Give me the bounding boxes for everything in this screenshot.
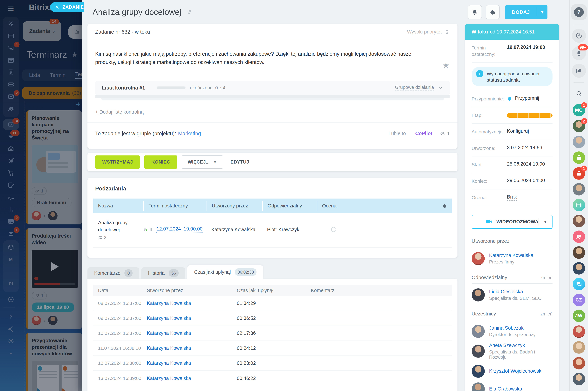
chevron-down-icon[interactable]: ▼ [537,9,547,15]
log-author-link[interactable]: Katarzyna Kowalska [142,376,191,381]
rail-avatar[interactable]: JW [573,309,585,322]
notifications-bell-icon[interactable]: 99+ [572,46,586,60]
board-tab-lista[interactable]: Lista [29,72,40,78]
board-tab-termin[interactable]: Termin [50,72,65,78]
rail-avatar[interactable] [573,357,585,370]
add-button[interactable]: DODAJ ▼ [505,5,547,19]
sidebar-item-sitemap-icon[interactable] [3,18,19,29]
subtask-created-by[interactable]: Katarzyna Kowalska [207,227,255,232]
sidebar-item-settings-icon[interactable] [3,336,19,347]
sidebar-item-pi-icon[interactable]: PI [3,278,19,289]
chat-icon[interactable] [573,278,585,291]
pause-button[interactable]: WSTRZYMAJ [95,155,140,169]
copilot-button[interactable]: CoPilot [415,131,432,136]
log-author-link[interactable]: Katarzyna Kowalska [142,330,191,336]
finish-button[interactable]: KONIEC [144,155,177,169]
rail-avatar[interactable] [573,136,585,148]
favorite-star-icon[interactable]: ★ [71,50,78,59]
person-name-link[interactable]: Lidia Ciesielska [489,289,542,294]
rail-avatar[interactable] [573,341,585,354]
rail-avatar[interactable] [573,183,585,196]
sidebar-item-code-icon[interactable] [3,266,19,277]
field-value[interactable] [504,112,553,118]
sidebar-item-doc-edit-icon[interactable] [3,180,19,191]
rail-avatar[interactable] [573,262,585,275]
sidebar-item-document-icon[interactable] [3,67,19,78]
sidebar-item-plus-icon[interactable]: + [3,348,19,359]
log-author-link[interactable]: Katarzyna Kowalska [142,360,191,366]
sidebar-item-calendar-icon[interactable] [3,55,19,66]
settings-button[interactable] [486,5,500,19]
sidebar-item-bot-icon[interactable]: 1 [3,228,19,239]
live-feed-icon[interactable] [573,199,585,211]
kanban-column-header[interactable]: Do zaplanowania (33) [22,87,82,99]
group-actions-link[interactable]: Grupowe działania [395,85,434,91]
sidebar-item-drive-icon[interactable] [3,79,19,90]
subtask-responsible[interactable]: Piotr Krawczyk [262,227,299,232]
group-chat-icon[interactable] [573,230,585,243]
change-link[interactable]: zmień [540,311,553,317]
help-icon[interactable]: ? [571,4,587,20]
field-value[interactable]: Konfiguruj [504,128,553,135]
rail-avatar[interactable] [573,215,585,227]
sidebar-item-chart-icon[interactable] [3,204,19,215]
sidebar-item-cube-icon[interactable] [3,242,19,253]
field-value[interactable]: Przypomnij [504,96,553,102]
log-author-link[interactable]: Katarzyna Kowalska [142,345,191,351]
subtask-row[interactable]: Analiza grupy docelowej 3 12.07.2 [93,213,452,248]
kanban-card[interactable]: Planowanie kampanii promocyjnej na Święt… [26,110,82,224]
sidebar-item-tasks-icon[interactable]: 14 [3,119,19,130]
subtask-name[interactable]: Analiza grupy docelowej [93,219,143,233]
log-author-link[interactable]: Katarzyna Kowalska [142,300,191,306]
video-call-button[interactable]: WIDEOROZMOWA ▼ [472,215,553,229]
rail-avatar[interactable]: 2 [573,120,585,132]
chevron-down-icon[interactable]: ▼ [543,219,547,224]
board-tab-terminarz[interactable]: Terminarz [75,71,82,79]
sidebar-item-crm-target-icon[interactable] [3,155,19,166]
close-task-button[interactable]: ✕ ZADANIE [50,2,84,12]
more-button[interactable]: WIĘCEJ...▼ [182,155,223,169]
kanban-card[interactable]: Przygotowanie prezentacji dla nowych kli… [26,333,82,391]
menu-icon[interactable]: ☰ [8,3,14,14]
breadcrumb[interactable]: Zadania › 14 [23,21,61,41]
copilot-icon[interactable] [572,29,586,43]
sidebar-item-people-icon[interactable] [3,103,19,114]
checklist-header[interactable]: Lista kontrolna #1 ukończone: 0 z 4 Grup… [95,81,450,95]
rating-circle[interactable] [331,227,336,232]
add-checklist-link[interactable]: + Dodaj listę kontrolną [95,109,450,115]
person-name-link[interactable]: Krzysztof Wojciechowski [489,368,542,374]
person-name-link[interactable]: Aneta Szewczyk [489,343,553,348]
field-value[interactable]: Brak [504,194,553,201]
rail-avatar[interactable] [573,151,585,164]
sidebar-item-chevron-circle-icon[interactable] [3,294,19,305]
sidebar-item-marketplace-icon[interactable]: M [3,254,19,265]
rail-avatar[interactable]: 1 [573,167,585,180]
sidebar-item-company-icon[interactable] [3,143,19,154]
add-card-button[interactable]: + [76,100,81,109]
tab-historia[interactable]: Historia56 [141,267,185,279]
person-name-link[interactable]: Ela Grabowska [489,386,522,391]
notifications-button[interactable] [468,5,482,19]
status-summary-note[interactable]: iWymagaj podsumowania statusu zadania [472,67,553,87]
sidebar-item-mail-icon[interactable]: 2 [3,91,19,102]
rail-avatar[interactable] [573,246,585,259]
field-value[interactable]: 19.07.2024 19:00 [504,44,553,51]
rail-avatar[interactable] [573,373,585,385]
messenger-sync-icon[interactable] [572,64,586,78]
sidebar-item-structure-icon[interactable] [3,324,19,334]
tab-komentarze[interactable]: Komentarze0 [87,267,139,279]
sidebar-item-chat-icon[interactable]: 4 [3,43,19,54]
like-button[interactable]: Lubię to [389,131,406,136]
sidebar-item-help-icon[interactable]: ? [3,312,19,322]
person-name-link[interactable]: Katarzyna Kowalska [489,253,533,258]
chevron-down-icon[interactable] [438,86,443,90]
rail-avatar[interactable]: CZ [573,294,585,306]
sidebar-item-cart-icon[interactable] [3,168,19,178]
sidebar-item-window-icon[interactable] [3,31,19,41]
table-settings-gear-icon[interactable] [441,203,452,209]
edit-button[interactable]: EDYTUJ [230,159,249,165]
person-name-link[interactable]: Janina Sobczak [489,325,535,331]
log-author-link[interactable]: Katarzyna Kowalska [142,315,191,321]
subtask-deadline[interactable]: 12.07.2024 19:00:00 [157,226,202,233]
tab-czas-jaki-upłynął[interactable]: Czas jaki upłynął06:02:33 [187,265,263,279]
